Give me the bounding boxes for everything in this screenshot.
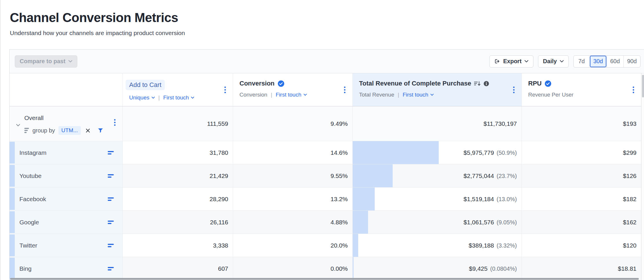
revenue-bar xyxy=(353,141,439,164)
channel-label: Facebook xyxy=(19,196,46,203)
segment-bars-icon[interactable] xyxy=(107,243,115,248)
series-color-swatch xyxy=(10,234,15,256)
table-body: Instagram 31,780 14.6% $5,975,779 (50.9%… xyxy=(10,141,641,280)
metric-title-total-revenue[interactable]: Total Revenue of Complete Purchase xyxy=(359,80,471,87)
header-cell-labels xyxy=(10,73,122,106)
channel-label: Bing xyxy=(19,265,32,272)
group-by-property-chip[interactable]: UTM... xyxy=(58,126,81,135)
segment-bars-icon[interactable] xyxy=(107,266,115,272)
chevron-down-icon xyxy=(303,94,307,96)
info-icon[interactable] xyxy=(484,81,489,86)
series-color-swatch xyxy=(10,142,15,163)
vertical-scrollbar[interactable] xyxy=(641,73,644,280)
filter-funnel-icon[interactable] xyxy=(98,128,103,133)
vertical-scrollbar-thumb[interactable] xyxy=(642,75,644,97)
page-subtitle: Understand how your channels are impacti… xyxy=(10,30,185,37)
series-color-swatch xyxy=(10,188,15,210)
segment-bars-icon[interactable] xyxy=(107,173,115,179)
cell-rpu: $126 xyxy=(522,164,641,187)
series-color-swatch xyxy=(10,165,15,187)
range-60d-button[interactable]: 60d xyxy=(606,56,623,67)
attribution-dropdown[interactable]: First touch xyxy=(276,92,307,98)
verified-badge-icon xyxy=(544,80,552,87)
column-menu-kebab-icon[interactable] xyxy=(632,85,635,94)
cell-conversion: 14.6% xyxy=(233,141,352,164)
row-label-cell: Facebook xyxy=(10,188,122,210)
granularity-dropdown[interactable]: Daily xyxy=(538,55,569,68)
revenue-bar xyxy=(353,164,393,187)
revenue-percent: (3.32%) xyxy=(497,242,517,249)
export-button[interactable]: Export xyxy=(489,55,533,68)
compare-to-past-button[interactable]: Compare to past xyxy=(15,55,77,68)
segment-bars-icon[interactable] xyxy=(107,196,115,202)
overall-label: Overall xyxy=(24,114,103,121)
column-menu-kebab-icon[interactable] xyxy=(512,85,516,94)
table-row: Google 26,116 4.88% $1,061,576 (9.05%) $… xyxy=(10,211,641,234)
cell-rpu: $299 xyxy=(522,141,641,164)
range-7d-button[interactable]: 7d xyxy=(574,56,590,67)
revenue-value: $1,519,184 xyxy=(464,196,494,203)
metrics-panel: Compare to past Export Daily 7d 30d 60d xyxy=(9,49,644,280)
cell-rpu: $182 xyxy=(522,188,641,210)
revenue-bar xyxy=(353,211,368,234)
export-icon xyxy=(494,58,500,64)
measure-label: Conversion xyxy=(239,92,267,98)
revenue-value: $2,775,044 xyxy=(464,172,494,179)
revenue-value: $1,061,576 xyxy=(464,219,494,226)
metric-title-rpu[interactable]: RPU xyxy=(528,80,541,87)
cell-overall-conversion: 9.49% xyxy=(233,106,352,141)
revenue-percent: (13.0%) xyxy=(497,196,517,203)
series-color-swatch xyxy=(10,211,15,233)
revenue-bar xyxy=(353,188,375,210)
table-row: Instagram 31,780 14.6% $5,975,779 (50.9%… xyxy=(10,141,641,164)
cell-conversion: 9.55% xyxy=(233,164,352,187)
header-cell-add-to-cart: Add to Cart Uniques | First touch xyxy=(122,73,233,106)
metric-title-add-to-cart[interactable]: Add to Cart xyxy=(126,80,165,90)
metric-title-conversion[interactable]: Conversion xyxy=(239,80,275,87)
collapse-chevron-icon[interactable] xyxy=(16,124,20,127)
granularity-label: Daily xyxy=(543,58,557,65)
table-row: Bing 607 0.00% $9,425 (0.0804%) $18.81 xyxy=(10,257,641,280)
attribution-dropdown[interactable]: First touch xyxy=(402,92,434,98)
column-menu-kebab-icon[interactable] xyxy=(343,85,347,94)
channel-label: Google xyxy=(19,219,39,226)
channel-label: Twitter xyxy=(19,242,37,249)
cell-conversion: 13.2% xyxy=(233,188,352,210)
sort-descending-icon[interactable] xyxy=(474,81,481,86)
cell-add-to-cart: 31,780 xyxy=(122,141,233,164)
cell-add-to-cart: 28,290 xyxy=(122,188,233,210)
cell-revenue: $1,519,184 (13.0%) xyxy=(352,188,522,210)
horizontal-scrollbar[interactable] xyxy=(10,278,639,280)
range-30d-button[interactable]: 30d xyxy=(590,56,606,67)
group-by-icon xyxy=(24,128,29,133)
row-menu-kebab-icon[interactable] xyxy=(113,118,117,127)
page: Channel Conversion Metrics Understand ho… xyxy=(0,0,644,280)
range-90d-button[interactable]: 90d xyxy=(623,56,640,67)
revenue-value: $5,975,779 xyxy=(464,149,494,156)
table-row: Twitter 3,338 20.0% $389,188 (3.32%) $12… xyxy=(10,234,641,257)
compare-to-past-label: Compare to past xyxy=(20,58,65,65)
revenue-bar xyxy=(353,234,358,257)
segment-bars-icon[interactable] xyxy=(107,219,115,225)
cell-rpu: $162 xyxy=(522,211,641,234)
column-menu-kebab-icon[interactable] xyxy=(223,85,227,94)
row-label-cell: Twitter xyxy=(10,234,122,257)
date-range-segmented-control: 7d 30d 60d 90d xyxy=(573,55,641,68)
row-label-cell: Youtube xyxy=(10,164,122,187)
verified-badge-icon xyxy=(277,80,285,87)
metric-subtitle: Revenue Per User xyxy=(528,92,573,98)
cell-overall-rpu: $193 xyxy=(522,106,641,141)
row-label-cell: Bing xyxy=(10,257,122,280)
cell-revenue: $2,775,044 (23.7%) xyxy=(352,164,522,187)
header-cell-conversion: Conversion Conversion | First touch xyxy=(233,73,352,106)
chevron-down-icon xyxy=(560,60,564,63)
remove-group-by-icon[interactable] xyxy=(85,128,90,133)
header-cell-total-revenue: Total Revenue of Complete Purchase Total… xyxy=(352,73,522,106)
attribution-dropdown[interactable]: First touch xyxy=(163,94,195,101)
segment-bars-icon[interactable] xyxy=(107,150,115,156)
revenue-percent: (23.7%) xyxy=(497,173,517,179)
row-label-cell: Google xyxy=(10,211,122,234)
channel-label: Instagram xyxy=(19,149,46,156)
measure-dropdown[interactable]: Uniques xyxy=(129,94,155,101)
group-by-label: group by xyxy=(32,127,55,134)
